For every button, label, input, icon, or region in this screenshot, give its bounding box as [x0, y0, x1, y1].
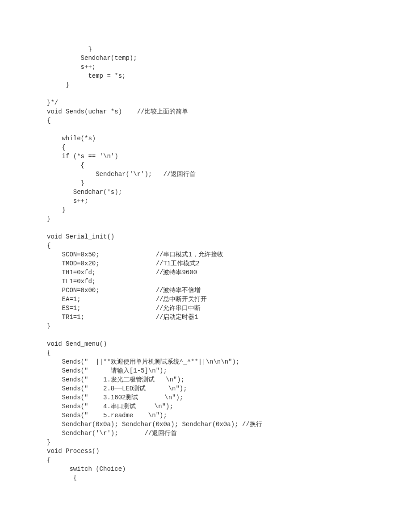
code-document: } Sendchar(temp); s++; temp = *s; } }*/ …	[0, 0, 411, 532]
code-block: } Sendchar(temp); s++; temp = *s; } }*/ …	[47, 45, 364, 482]
